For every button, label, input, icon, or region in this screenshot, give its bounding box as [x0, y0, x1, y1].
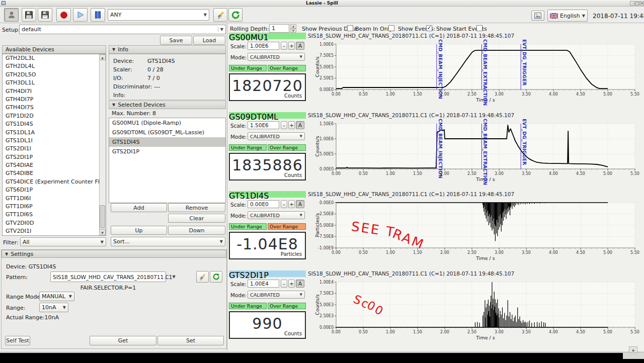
sort-combo[interactable]: Sort...▼ [111, 237, 225, 246]
scrollbar-thumb[interactable] [100, 205, 105, 228]
record-icon [60, 11, 68, 19]
info-title: Info [118, 46, 128, 53]
checkbox[interactable] [388, 25, 394, 31]
list-item[interactable]: GTS4DIBE [3, 169, 106, 177]
list-item[interactable]: GTS1DI4S [109, 137, 225, 147]
scale-auto-button[interactable]: A [296, 42, 304, 50]
load-setup-button[interactable]: Load [193, 36, 225, 45]
scale-auto-button[interactable]: A [296, 200, 304, 208]
scale-plus-button[interactable]: + [288, 42, 295, 50]
clear-button[interactable]: Clear [168, 214, 225, 223]
spinner-down-icon[interactable]: ▼ [290, 29, 296, 33]
add-button[interactable]: Add [111, 203, 167, 212]
list-item[interactable]: GTV2DI0D [3, 219, 106, 227]
list-item[interactable]: GTP1DI2D [3, 112, 106, 120]
list-item[interactable]: GTH4DI7P [3, 96, 106, 104]
scale-minus-button[interactable]: - [281, 200, 287, 208]
minimize-button[interactable]: – [630, 1, 634, 6]
list-item[interactable]: GTS4DICE (Experiment Counter FRS) [3, 178, 106, 186]
list-item[interactable]: GTS1DI4S [3, 120, 106, 128]
filter-combo[interactable]: All▼ [20, 237, 106, 246]
list-item[interactable]: GS09DT0ML (GS09DT_ML-Lassie) [109, 128, 225, 137]
scroll-down-icon[interactable]: ▼ [99, 229, 106, 235]
scroll-up-icon[interactable]: ▲ [99, 54, 106, 60]
device-connection-button[interactable] [4, 8, 19, 22]
mode-value: CALIBRATED [250, 213, 280, 218]
range-combo[interactable]: 10nA▼ [39, 303, 68, 312]
scale-minus-button[interactable]: - [281, 280, 287, 288]
list-item[interactable]: GS00MU1 (Dipole-Ramp) [109, 118, 225, 128]
pattern-combo[interactable]: SIS18_SLOW_HHD_CAV_TRANS_20180711.C1▼ [50, 271, 166, 282]
scale-plus-button[interactable]: + [288, 121, 295, 129]
scale-minus-button[interactable]: - [281, 121, 287, 129]
language-combo[interactable]: English ▼ [547, 10, 588, 22]
list-item[interactable]: GTH2DL3L [3, 54, 106, 62]
self-test-button[interactable]: Self Test [5, 336, 30, 345]
checkbox[interactable] [347, 25, 353, 31]
scale-input[interactable]: 1.50E6 [248, 121, 279, 129]
list-item[interactable]: GTS1DL1I [3, 137, 106, 145]
range-mode-combo[interactable]: MANUAL▼ [39, 292, 74, 301]
mode-combo[interactable]: CALIBRATED▼ [248, 132, 305, 140]
pattern-tools-button[interactable] [196, 271, 209, 283]
list-item[interactable]: GTS2DI1I [3, 145, 106, 153]
scale-input[interactable]: 1.00E4 [248, 280, 279, 288]
export-image-button[interactable] [531, 11, 544, 21]
scale-plus-button[interactable]: + [288, 280, 295, 288]
list-item[interactable]: GTS2DI1P [109, 147, 225, 156]
pattern-refresh-button[interactable] [210, 271, 222, 283]
spinner-up-icon[interactable]: ▲ [290, 24, 296, 29]
save-as-button[interactable] [38, 8, 52, 22]
list-item[interactable]: GTS4DIAE [3, 161, 106, 169]
pane-splitter[interactable] [227, 23, 227, 351]
pause-button[interactable] [91, 8, 105, 22]
event-filter-combo[interactable]: ANY▼ [108, 9, 209, 21]
scale-auto-button[interactable]: A [296, 121, 304, 129]
record-button[interactable] [56, 8, 71, 22]
list-item[interactable]: GTH4DI7I [3, 87, 106, 96]
get-button[interactable]: Get [90, 336, 156, 345]
scale-plus-button[interactable]: + [288, 200, 295, 208]
list-item[interactable]: GTS2DI1P [3, 153, 106, 161]
list-item[interactable]: GTH3DL1L [3, 79, 106, 87]
rolling-depth-input[interactable]: 1 [269, 24, 289, 33]
scale-input[interactable]: 0.00E0 [248, 200, 279, 208]
list-item[interactable]: GTH4DI7S [3, 104, 106, 112]
list-item[interactable]: GTT1DI6P [3, 203, 106, 211]
list-item[interactable]: GTS1DL1A [3, 129, 106, 137]
scale-input[interactable]: 1.00E6 [248, 42, 279, 50]
list-item[interactable]: GTT1DI6S [3, 211, 106, 219]
svg-text:1.00E6: 1.00E6 [319, 137, 334, 141]
checkbox[interactable] [476, 25, 482, 31]
mode-combo[interactable]: CALIBRATED▼ [248, 291, 305, 299]
down-button[interactable]: Down [168, 226, 225, 235]
remove-button[interactable]: Remove [168, 203, 225, 212]
up-button[interactable]: Up [111, 226, 167, 235]
refresh-button[interactable] [228, 8, 243, 22]
maximize-button[interactable]: □ [635, 1, 639, 6]
play-button[interactable] [73, 8, 88, 22]
selected-devices-header[interactable]: ▼ Selected Devices [109, 101, 226, 109]
list-item[interactable]: GTS6DI1P [3, 186, 106, 194]
language-value: English [560, 13, 580, 19]
mode-combo[interactable]: CALIBRATED▼ [248, 53, 305, 61]
set-button[interactable]: Set [157, 336, 224, 345]
list-item[interactable]: GTT1DI6I [3, 195, 106, 203]
spill-chart: 0.00E02.50E55.00E57.50E51.00E60.000.501.… [307, 33, 644, 112]
info-header[interactable]: ▼ Info [109, 45, 226, 54]
close-button[interactable]: ✕ [640, 1, 644, 6]
expand-up-button[interactable]: ▲ [629, 346, 637, 353]
setup-combo[interactable]: default ▼ [19, 25, 226, 34]
list-item[interactable]: GTH2DL4L [3, 62, 106, 70]
collapse-triangle-icon: ▼ [112, 47, 115, 52]
save-button[interactable] [22, 8, 36, 22]
mode-combo[interactable]: CALIBRATED▼ [248, 211, 305, 219]
scale-minus-button[interactable]: - [281, 42, 287, 50]
tools-button[interactable] [213, 8, 227, 22]
scale-auto-button[interactable]: A [296, 280, 304, 288]
save-setup-button[interactable]: Save [160, 36, 192, 45]
list-item[interactable]: GTH2DL5O [3, 71, 106, 79]
list-item[interactable]: GTV2DI1I [3, 227, 106, 235]
settings-header[interactable]: ▼ Settings [2, 250, 226, 258]
checkbox[interactable]: ✓ [426, 25, 432, 31]
